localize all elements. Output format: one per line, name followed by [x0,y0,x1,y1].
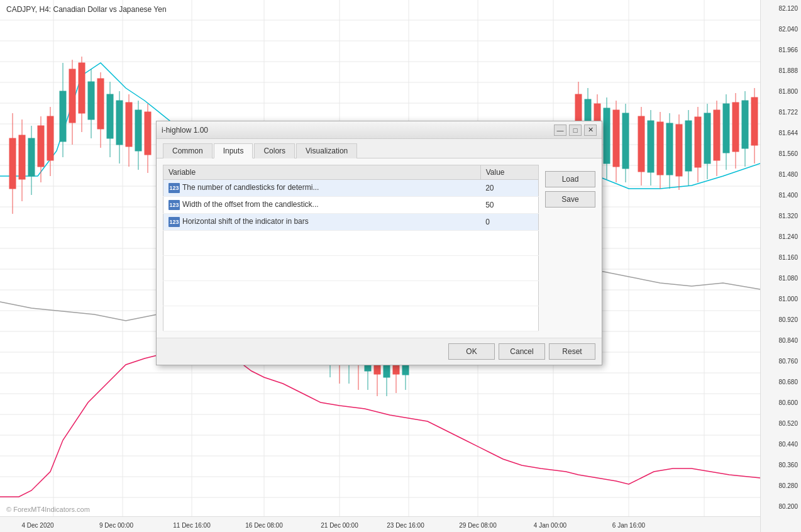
svg-rect-61 [135,110,141,151]
time-label-7: 29 Dec 08:00 [459,522,497,529]
right-buttons: Load Save [539,165,595,331]
indicator-dialog: i-highlow 1.00 — □ ✕ Common Inputs Color… [156,121,602,365]
price-label-4: 81.888 [778,67,798,74]
price-label-6: 81.722 [778,109,798,116]
svg-rect-47 [69,69,75,123]
dialog-controls: — □ ✕ [554,125,597,136]
table-header-row: Variable Value [163,165,539,180]
table-empty-row-4 [163,306,539,331]
svg-rect-171 [704,113,710,163]
svg-rect-55 [107,94,113,138]
svg-rect-159 [648,121,654,172]
svg-rect-51 [88,82,94,119]
table-body: 123The number of candlesticks for determ… [163,180,539,331]
load-button[interactable]: Load [545,171,595,187]
tab-colors[interactable]: Colors [254,143,295,158]
price-label-16: 80.920 [778,316,798,323]
price-label-23: 80.360 [778,462,798,468]
svg-rect-175 [723,104,729,153]
svg-rect-165 [676,125,682,176]
time-label-6: 23 Dec 16:00 [387,522,424,529]
tab-visualization[interactable]: Visualization [296,143,357,158]
table-cell-value-2[interactable]: 50 [480,197,538,214]
table-row[interactable]: 123Width of the offset from the candlest… [163,197,539,214]
price-label-19: 80.680 [778,379,798,385]
table-empty-row-3 [163,281,539,306]
price-label-10: 81.400 [778,192,798,199]
time-label-9: 6 Jan 16:00 [612,522,645,529]
svg-rect-37 [19,135,25,179]
time-label-5: 21 Dec 00:00 [321,522,358,529]
tab-inputs[interactable]: Inputs [214,143,253,158]
price-label-7: 81.644 [778,130,798,136]
price-label-15: 81.000 [778,296,798,302]
svg-rect-155 [622,113,629,169]
price-label-8: 81.560 [778,150,798,157]
minimize-button[interactable]: — [554,125,566,136]
time-axis: 4 Dec 2020 9 Dec 00:00 11 Dec 16:00 16 D… [0,516,760,532]
dialog-content: Variable Value 123The number of candlest… [157,158,602,338]
col-value: Value [480,165,538,180]
price-label-21: 80.520 [778,420,798,427]
svg-rect-169 [695,117,701,167]
svg-rect-35 [9,138,16,189]
svg-rect-41 [38,126,44,167]
price-label-18: 80.760 [778,358,798,365]
table-cell-variable-2: 123Width of the offset from the candlest… [163,197,481,214]
table-cell-variable-3: 123Horizontal shift of the indicator in … [163,214,481,231]
svg-rect-167 [685,121,692,171]
time-label-8: 4 Jan 00:00 [534,522,566,529]
svg-rect-39 [28,138,35,176]
chart-title: CADJPY, H4: Canadian Dollar vs Japanese … [6,5,167,14]
param-icon-3: 123 [168,217,180,227]
maximize-button[interactable]: □ [569,125,582,136]
price-label-5: 81.800 [778,88,798,95]
save-button[interactable]: Save [545,191,595,208]
dialog-titlebar: i-highlow 1.00 — □ ✕ [157,121,602,139]
price-axis: 82.120 82.040 81.966 81.888 81.800 81.72… [760,0,801,532]
time-label-1: 4 Dec 2020 [21,522,53,529]
svg-rect-173 [714,110,720,160]
price-label-22: 80.440 [778,441,798,448]
svg-rect-49 [79,63,85,113]
time-label-2: 9 Dec 00:00 [99,522,133,529]
svg-rect-57 [116,101,123,145]
price-label-3: 81.966 [778,47,798,53]
reset-button[interactable]: Reset [549,343,595,360]
svg-rect-59 [126,103,132,147]
tab-common[interactable]: Common [163,143,213,158]
params-table-wrap: Variable Value 123The number of candlest… [163,165,539,331]
price-label-13: 81.160 [778,254,798,261]
svg-rect-161 [657,122,663,175]
table-empty-row [163,231,539,256]
price-label-2: 82.040 [778,26,798,33]
svg-rect-177 [732,103,739,152]
time-label-3: 11 Dec 16:00 [173,522,211,529]
table-row[interactable]: 123Horizontal shift of the indicator in … [163,214,539,231]
table-empty-row-2 [163,256,539,281]
table-cell-value-3[interactable]: 0 [480,214,538,231]
dialog-footer: OK Cancel Reset [157,338,602,365]
svg-rect-163 [666,123,673,175]
dialog-body: Variable Value 123The number of candlest… [163,165,595,331]
price-label-1: 82.120 [778,5,798,12]
close-button[interactable]: ✕ [584,125,597,136]
dialog-title: i-highlow 1.00 [162,126,208,135]
params-table: Variable Value 123The number of candlest… [163,165,539,331]
svg-rect-63 [145,112,151,155]
svg-rect-179 [742,101,748,148]
ok-button[interactable]: OK [448,343,495,360]
cancel-button[interactable]: Cancel [499,343,545,360]
table-row[interactable]: 123The number of candlesticks for determ… [163,180,539,197]
svg-rect-151 [604,108,610,163]
price-label-14: 81.080 [778,275,798,282]
price-label-12: 81.240 [778,233,798,240]
table-cell-value-1[interactable]: 20 [480,180,538,197]
chart-watermark: © ForexMT4Indicators.com [6,506,90,513]
svg-rect-153 [613,110,619,167]
price-label-9: 81.480 [778,171,798,178]
table-cell-variable-1: 123The number of candlesticks for determ… [163,180,481,197]
svg-rect-43 [47,116,53,160]
price-label-25: 80.200 [778,503,798,510]
price-label-20: 80.600 [778,399,798,406]
